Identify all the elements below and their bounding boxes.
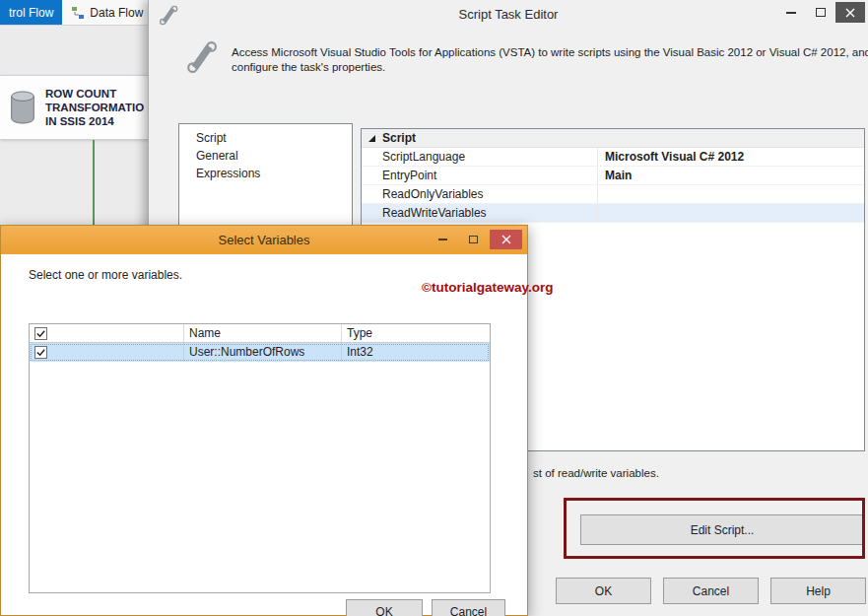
row-count-label-line1: ROW COUNT — [45, 87, 144, 101]
property-value[interactable]: Microsoft Visual C# 2012 — [598, 148, 864, 166]
instruction-text: Select one or more variables. — [29, 268, 182, 282]
cancel-button[interactable]: Cancel — [432, 599, 505, 616]
dialog-description: Access Microsoft Visual Studio Tools for… — [232, 45, 868, 75]
nav-item-script[interactable]: Script — [179, 129, 352, 147]
nav-item-general[interactable]: General — [179, 147, 352, 165]
property-row-readonlyvariables[interactable]: ReadOnlyVariables — [362, 185, 864, 204]
maximize-icon[interactable] — [806, 2, 835, 23]
property-name: EntryPoint — [362, 167, 598, 184]
property-row-readwritevariables[interactable]: ReadWriteVariables — [362, 204, 864, 223]
row-count-task-box[interactable]: ROW COUNT TRANSFORMATIO IN SSIS 2014 — [0, 75, 149, 140]
help-button[interactable]: Help — [770, 578, 866, 604]
cancel-button[interactable]: Cancel — [663, 578, 759, 604]
minimize-icon[interactable] — [429, 230, 457, 249]
precedence-connector-line — [93, 140, 95, 225]
row-count-label-line3: IN SSIS 2014 — [45, 114, 144, 128]
property-category-label: Script — [382, 131, 416, 145]
category-expander-icon[interactable] — [368, 135, 375, 142]
row-count-label: ROW COUNT TRANSFORMATIO IN SSIS 2014 — [45, 87, 144, 128]
property-value[interactable] — [598, 185, 864, 203]
property-name: ReadOnlyVariables — [362, 185, 598, 203]
row-count-label-line2: TRANSFORMATIO — [45, 101, 144, 114]
variable-checkbox-cell — [30, 343, 184, 362]
script-task-titlebar-icon — [158, 5, 178, 26]
minimize-icon[interactable] — [776, 2, 805, 23]
variable-row[interactable]: User::NumberOfRows Int32 — [30, 343, 490, 362]
property-row-entrypoint[interactable]: EntryPoint Main — [362, 167, 864, 185]
column-header-name[interactable]: Name — [184, 324, 342, 342]
select-all-cell — [30, 324, 184, 342]
variables-table: Name Type User::NumberOfRows Int32 — [29, 323, 491, 593]
editor-page-list: Script General Expressions — [178, 123, 353, 235]
database-icon — [6, 88, 39, 127]
property-category-row[interactable]: Script — [362, 129, 864, 148]
ok-button[interactable]: OK — [346, 599, 423, 616]
close-icon[interactable] — [835, 2, 865, 23]
close-icon[interactable] — [490, 230, 522, 249]
property-name: ScriptLanguage — [362, 148, 598, 166]
maximize-icon[interactable] — [459, 230, 488, 249]
tab-control-flow[interactable]: trol Flow — [0, 0, 62, 25]
property-name: ReadWriteVariables — [362, 204, 598, 222]
data-flow-icon — [71, 6, 85, 20]
ok-button[interactable]: OK — [556, 578, 651, 604]
property-value[interactable]: Main — [598, 167, 864, 184]
select-all-checkbox[interactable] — [34, 327, 47, 340]
variable-type: Int32 — [342, 343, 490, 362]
property-row-scriptlanguage[interactable]: ScriptLanguage Microsoft Visual C# 2012 — [362, 148, 864, 167]
column-header-type[interactable]: Type — [342, 324, 490, 342]
edit-script-button[interactable]: Edit Script... — [580, 514, 864, 545]
select-variables-window-controls — [429, 230, 522, 249]
script-task-editor-window-controls — [776, 2, 865, 23]
script-scroll-icon — [184, 39, 218, 75]
variable-name: User::NumberOfRows — [184, 343, 342, 362]
tab-control-flow-label: trol Flow — [9, 6, 53, 20]
tab-data-flow-label: Data Flow — [90, 6, 143, 20]
variable-checkbox[interactable] — [34, 346, 47, 359]
select-variables-titlebar[interactable]: Select Variables — [1, 226, 527, 254]
variables-table-header: Name Type — [30, 324, 490, 343]
tab-data-flow[interactable]: Data Flow — [62, 0, 152, 25]
property-value[interactable] — [598, 204, 864, 222]
script-task-editor-title: Script Task Editor — [149, 0, 868, 30]
tutorialgateway-watermark: ©tutorialgateway.org — [422, 280, 553, 295]
property-help-text: st of read/write variables. — [533, 467, 659, 479]
nav-item-expressions[interactable]: Expressions — [179, 165, 352, 182]
